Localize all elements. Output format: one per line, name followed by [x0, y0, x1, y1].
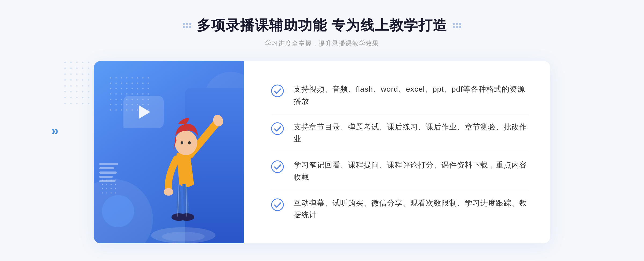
svg-point-12: [272, 85, 283, 97]
page-title: 多项录播课辅助功能 专为线上教学打造: [197, 16, 447, 35]
feature-text-2: 支持章节目录、弹题考试、课后练习、课后作业、章节测验、批改作业: [294, 121, 529, 145]
decorative-dots-left: [64, 62, 92, 107]
check-circle-icon-3: [271, 160, 284, 173]
check-circle-icon-4: [271, 198, 284, 211]
feature-item-2: 支持章节目录、弹题考试、课后练习、课后作业、章节测验、批改作业: [271, 116, 529, 151]
header-decorators: 多项录播课辅助功能 专为线上教学打造: [183, 16, 461, 35]
decorator-dots-left: [183, 23, 191, 28]
divider-1: [271, 114, 529, 114]
illus-bottom-dots: [102, 180, 118, 195]
feature-item-1: 支持视频、音频、flash、word、excel、ppt、pdf等各种格式的资源…: [271, 78, 529, 113]
svg-point-15: [272, 199, 283, 211]
svg-point-13: [272, 123, 283, 135]
page-subtitle: 学习进度全掌握，提升录播课教学效果: [183, 39, 461, 48]
person-illustration: [142, 101, 233, 243]
features-area: 支持视频、音频、flash、word、excel、ppt、pdf等各种格式的资源…: [244, 61, 550, 243]
divider-2: [271, 152, 529, 152]
feature-item-4: 互动弹幕、试听购买、微信分享、观看次数限制、学习进度跟踪、数据统计: [271, 192, 529, 227]
svg-point-5: [164, 188, 173, 196]
feature-text-3: 学习笔记回看、课程提问、课程评论打分、课件资料下载，重点内容收藏: [294, 159, 529, 183]
feature-text-4: 互动弹幕、试听购买、微信分享、观看次数限制、学习进度跟踪、数据统计: [294, 197, 529, 221]
check-circle-icon-1: [271, 84, 284, 97]
svg-point-4: [188, 141, 191, 144]
illustration-area: [94, 61, 244, 243]
svg-point-3: [181, 141, 183, 144]
divider-3: [271, 190, 529, 190]
outer-left-chevron: »: [51, 122, 57, 139]
deco-circle-blue: [102, 195, 134, 227]
check-circle-icon-2: [271, 122, 284, 135]
feature-item-3: 学习笔记回看、课程提问、课程评论打分、课件资料下载，重点内容收藏: [271, 154, 529, 189]
svg-point-14: [272, 161, 283, 173]
content-card: 支持视频、音频、flash、word、excel、ppt、pdf等各种格式的资源…: [94, 61, 550, 243]
page-container: » 多项录播课辅助功能 专为线上教学打造 学习进度全掌握，提升录播课教学效果: [0, 0, 644, 261]
svg-point-2: [175, 130, 197, 155]
svg-point-11: [162, 232, 205, 241]
feature-text-1: 支持视频、音频、flash、word、excel、ppt、pdf等各种格式的资源…: [294, 83, 529, 107]
header-section: 多项录播课辅助功能 专为线上教学打造 学习进度全掌握，提升录播课教学效果: [183, 16, 461, 48]
decorator-dots-right: [453, 23, 461, 28]
